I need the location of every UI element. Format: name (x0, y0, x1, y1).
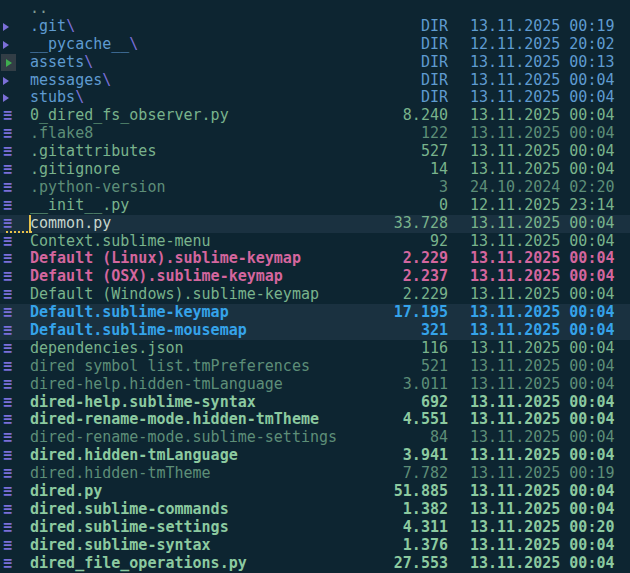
file-name: Default.sublime-keymap (30, 304, 336, 322)
dir-suffix: \ (129, 36, 138, 53)
file-size: 692 (336, 394, 448, 412)
file-row[interactable]: ≡Context.sublime-menu9213.11.2025 00:04 (0, 233, 630, 251)
file-lines-icon: ≡ (3, 376, 12, 394)
file-name-text: dired-help.sublime-syntax (30, 394, 256, 411)
file-date: 24.10.2024 02:20 (470, 179, 615, 197)
file-row[interactable]: ≡Default (Windows).sublime-keymap2.22913… (0, 286, 630, 304)
file-row[interactable]: ≡dired-help.hidden-tmLanguage3.01113.11.… (0, 376, 630, 394)
icon-cell: ≡ (0, 340, 30, 358)
file-size: DIR (336, 54, 448, 72)
file-date: 13.11.2025 00:04 (470, 107, 615, 125)
dir-suffix: \ (66, 18, 75, 35)
file-name: dired-help.hidden-tmLanguage (30, 376, 336, 394)
selected-icon-box (1, 54, 16, 71)
dir-row[interactable]: .git\DIR13.11.2025 00:19 (0, 18, 630, 36)
dir-row[interactable]: messages\DIR13.11.2025 00:04 (0, 72, 630, 90)
icon-cell: ≡ (0, 268, 30, 286)
file-row[interactable]: ≡Default.sublime-keymap17.19513.11.2025 … (0, 304, 630, 322)
file-name-text: dependencies.json (30, 340, 184, 357)
expand-triangle-icon[interactable] (3, 94, 9, 102)
file-row[interactable]: ≡dired_file_operations.py27.55313.11.202… (0, 555, 630, 573)
file-row[interactable]: ≡dependencies.json11613.11.2025 00:04 (0, 340, 630, 358)
file-lines-icon: ≡ (3, 483, 12, 501)
file-lines-icon: ≡ (3, 304, 12, 322)
file-row[interactable]: ≡Default (Linux).sublime-keymap2.22913.1… (0, 250, 630, 268)
file-name: dired-rename-mode.hidden-tmTheme (30, 411, 336, 429)
file-row[interactable]: ≡Default.sublime-mousemap32113.11.2025 0… (0, 322, 630, 340)
file-name: .python-version (30, 179, 336, 197)
file-row[interactable]: ≡dired.hidden-tmTheme7.78213.11.2025 00:… (0, 465, 630, 483)
file-date: 13.11.2025 00:19 (470, 18, 615, 36)
file-name: dired symbol list.tmPreferences (30, 358, 336, 376)
file-name: stubs\ (30, 89, 336, 107)
file-row[interactable]: ≡dired.py51.88513.11.2025 00:04 (0, 483, 630, 501)
file-name-text: dired.sublime-commands (30, 501, 229, 518)
file-name-text: common.py (30, 215, 111, 232)
file-name: .gitattributes (30, 143, 336, 161)
file-date: 13.11.2025 00:04 (470, 501, 615, 519)
file-row[interactable]: ≡dired.hidden-tmLanguage3.94113.11.2025 … (0, 447, 630, 465)
file-name-text: .. (30, 0, 48, 17)
expand-triangle-icon[interactable] (3, 41, 9, 49)
file-lines-icon: ≡ (3, 107, 12, 125)
dir-row[interactable]: stubs\DIR13.11.2025 00:04 (0, 89, 630, 107)
file-row[interactable]: ≡dired.sublime-syntax1.37613.11.2025 00:… (0, 537, 630, 555)
file-date: 13.11.2025 00:04 (470, 447, 615, 465)
file-row[interactable]: ≡dired-rename-mode.hidden-tmTheme4.55113… (0, 411, 630, 429)
file-row[interactable]: ≡dired.sublime-settings4.31113.11.2025 0… (0, 519, 630, 537)
file-row[interactable]: ≡dired-help.sublime-syntax69213.11.2025 … (0, 394, 630, 412)
file-row[interactable]: ≡dired symbol list.tmPreferences52113.11… (0, 358, 630, 376)
file-lines-icon: ≡ (3, 268, 12, 286)
file-name-text: dired.hidden-tmLanguage (30, 447, 238, 464)
file-row[interactable]: ≡common.py33.72813.11.2025 00:04 (0, 215, 630, 233)
file-row[interactable]: ≡.gitignore1413.11.2025 00:04 (0, 161, 630, 179)
file-lines-icon: ≡ (3, 286, 12, 304)
file-row[interactable]: ≡dired-rename-mode.sublime-settings8413.… (0, 429, 630, 447)
file-name-text: dired.sublime-settings (30, 519, 229, 536)
expand-triangle-icon[interactable] (6, 59, 12, 67)
file-name: .. (30, 0, 336, 18)
file-lines-icon: ≡ (3, 161, 12, 179)
file-row[interactable]: ≡.flake812213.11.2025 00:04 (0, 125, 630, 143)
file-name: 0_dired_fs_observer.py (30, 107, 336, 125)
file-row[interactable]: ≡__init__.py012.11.2025 23:14 (0, 197, 630, 215)
dir-suffix: \ (75, 89, 84, 106)
file-lines-icon: ≡ (3, 125, 12, 143)
file-name: Default (Windows).sublime-keymap (30, 286, 336, 304)
file-lines-icon: ≡ (3, 233, 12, 251)
file-date: 13.11.2025 00:04 (470, 250, 615, 268)
file-row[interactable]: ≡.gitattributes52713.11.2025 00:04 (0, 143, 630, 161)
dir-row[interactable]: __pycache__\DIR12.11.2025 20:02 (0, 36, 630, 54)
file-size: 33.728 (336, 215, 448, 233)
file-row[interactable]: ≡dired.sublime-commands1.38213.11.2025 0… (0, 501, 630, 519)
file-lines-icon: ≡ (3, 250, 12, 268)
file-lines-icon: ≡ (3, 394, 12, 412)
file-row[interactable]: ≡0_dired_fs_observer.py8.24013.11.2025 0… (0, 107, 630, 125)
file-name-text: dired.hidden-tmTheme (30, 465, 211, 482)
file-date: 13.11.2025 00:04 (470, 358, 615, 376)
file-size: 4.311 (336, 519, 448, 537)
file-name-text: dired-rename-mode.hidden-tmTheme (30, 411, 319, 428)
file-size: 7.782 (336, 465, 448, 483)
file-name: dired-rename-mode.sublime-settings (30, 429, 336, 447)
file-size: DIR (336, 36, 448, 54)
file-date: 13.11.2025 00:04 (470, 322, 615, 340)
file-name-text: stubs (30, 89, 75, 106)
dir-row[interactable]: assets\DIR13.11.2025 00:13 (0, 54, 630, 72)
file-name: dired.hidden-tmTheme (30, 465, 336, 483)
expand-triangle-icon[interactable] (3, 23, 9, 31)
file-name: Context.sublime-menu (30, 233, 336, 251)
icon-cell (0, 94, 30, 102)
file-size: 84 (336, 429, 448, 447)
file-lines-icon: ≡ (3, 143, 12, 161)
file-row[interactable]: ≡Default (OSX).sublime-keymap2.23713.11.… (0, 268, 630, 286)
file-size: 2.237 (336, 268, 448, 286)
file-lines-icon: ≡ (3, 447, 12, 465)
file-size: 2.229 (336, 250, 448, 268)
file-lines-icon: ≡ (3, 465, 12, 483)
parent-dir-row[interactable]: .. (0, 0, 630, 18)
expand-triangle-icon[interactable] (3, 77, 9, 85)
file-size: 8.240 (336, 107, 448, 125)
file-date: 12.11.2025 23:14 (470, 197, 615, 215)
file-row[interactable]: ≡.python-version324.10.2024 02:20 (0, 179, 630, 197)
